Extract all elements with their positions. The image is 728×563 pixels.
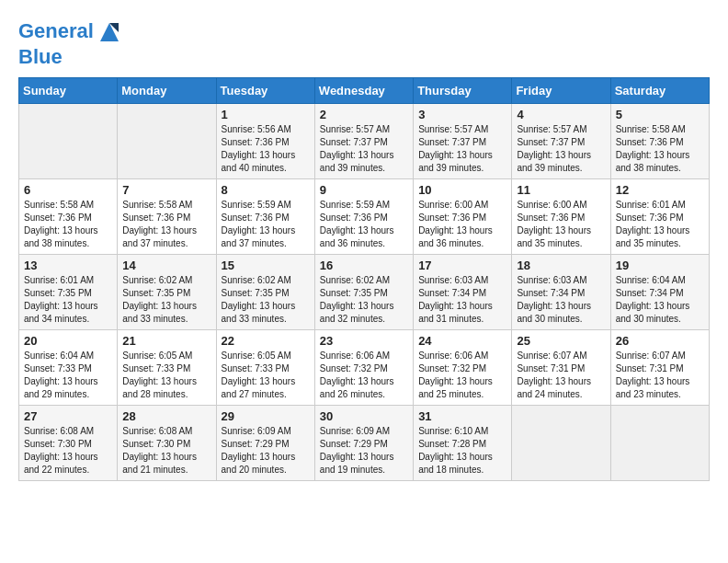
day-info: Sunrise: 6:03 AMSunset: 7:34 PMDaylight:… bbox=[418, 274, 506, 326]
day-number: 24 bbox=[418, 334, 506, 348]
calendar-week-5: 27 Sunrise: 6:08 AMSunset: 7:30 PMDaylig… bbox=[19, 406, 710, 481]
day-info: Sunrise: 6:02 AMSunset: 7:35 PMDaylight:… bbox=[222, 274, 310, 326]
day-number: 8 bbox=[222, 183, 310, 197]
day-number: 19 bbox=[616, 259, 704, 272]
day-info: Sunrise: 6:10 AMSunset: 7:28 PMDaylight:… bbox=[418, 425, 506, 477]
day-number: 6 bbox=[24, 183, 112, 197]
calendar-cell: 18 Sunrise: 6:03 AMSunset: 7:34 PMDaylig… bbox=[512, 255, 610, 330]
day-info: Sunrise: 6:02 AMSunset: 7:35 PMDaylight:… bbox=[122, 274, 210, 326]
day-info: Sunrise: 6:04 AMSunset: 7:34 PMDaylight:… bbox=[616, 274, 704, 326]
day-number: 12 bbox=[616, 183, 704, 197]
calendar-cell: 26 Sunrise: 6:07 AMSunset: 7:31 PMDaylig… bbox=[610, 330, 709, 406]
calendar-cell: 12 Sunrise: 6:01 AMSunset: 7:36 PMDaylig… bbox=[610, 179, 709, 255]
day-number: 11 bbox=[517, 183, 605, 197]
day-number: 25 bbox=[517, 334, 605, 348]
calendar-cell: 21 Sunrise: 6:05 AMSunset: 7:33 PMDaylig… bbox=[118, 330, 216, 406]
day-info: Sunrise: 5:56 AMSunset: 7:36 PMDaylight:… bbox=[222, 123, 310, 175]
calendar-cell: 9 Sunrise: 5:59 AMSunset: 7:36 PMDayligh… bbox=[314, 179, 413, 255]
day-info: Sunrise: 5:58 AMSunset: 7:36 PMDaylight:… bbox=[24, 199, 112, 250]
day-number: 22 bbox=[222, 334, 310, 348]
calendar-cell: 2 Sunrise: 5:57 AMSunset: 7:37 PMDayligh… bbox=[314, 104, 413, 179]
logo-text: General bbox=[18, 18, 123, 46]
page-header: General Blue bbox=[18, 18, 710, 68]
day-info: Sunrise: 5:57 AMSunset: 7:37 PMDaylight:… bbox=[517, 123, 605, 175]
day-info: Sunrise: 6:06 AMSunset: 7:32 PMDaylight:… bbox=[320, 350, 408, 401]
day-info: Sunrise: 6:07 AMSunset: 7:31 PMDaylight:… bbox=[517, 350, 605, 401]
day-header-sunday: Sunday bbox=[19, 78, 118, 104]
calendar-cell: 31 Sunrise: 6:10 AMSunset: 7:28 PMDaylig… bbox=[414, 406, 512, 481]
day-number: 30 bbox=[320, 409, 408, 423]
calendar-cell: 3 Sunrise: 5:57 AMSunset: 7:37 PMDayligh… bbox=[414, 104, 512, 179]
day-number: 31 bbox=[418, 409, 506, 423]
day-header-thursday: Thursday bbox=[414, 78, 512, 104]
day-info: Sunrise: 5:58 AMSunset: 7:36 PMDaylight:… bbox=[616, 123, 704, 175]
day-info: Sunrise: 6:00 AMSunset: 7:36 PMDaylight:… bbox=[517, 199, 605, 250]
day-info: Sunrise: 6:06 AMSunset: 7:32 PMDaylight:… bbox=[418, 350, 506, 401]
calendar-cell bbox=[118, 104, 216, 179]
calendar-cell: 1 Sunrise: 5:56 AMSunset: 7:36 PMDayligh… bbox=[216, 104, 314, 179]
day-info: Sunrise: 6:05 AMSunset: 7:33 PMDaylight:… bbox=[122, 350, 210, 401]
calendar-cell: 17 Sunrise: 6:03 AMSunset: 7:34 PMDaylig… bbox=[414, 255, 512, 330]
day-number: 9 bbox=[320, 183, 408, 197]
logo: General Blue bbox=[18, 18, 123, 68]
calendar-cell: 5 Sunrise: 5:58 AMSunset: 7:36 PMDayligh… bbox=[610, 104, 709, 179]
calendar-cell: 28 Sunrise: 6:08 AMSunset: 7:30 PMDaylig… bbox=[118, 406, 216, 481]
calendar-cell: 27 Sunrise: 6:08 AMSunset: 7:30 PMDaylig… bbox=[19, 406, 118, 481]
day-info: Sunrise: 6:00 AMSunset: 7:36 PMDaylight:… bbox=[418, 199, 506, 250]
calendar-body: 1 Sunrise: 5:56 AMSunset: 7:36 PMDayligh… bbox=[19, 104, 710, 481]
day-info: Sunrise: 5:59 AMSunset: 7:36 PMDaylight:… bbox=[320, 199, 408, 250]
day-info: Sunrise: 6:05 AMSunset: 7:33 PMDaylight:… bbox=[222, 350, 310, 401]
calendar-cell bbox=[512, 406, 610, 481]
calendar-week-3: 13 Sunrise: 6:01 AMSunset: 7:35 PMDaylig… bbox=[19, 255, 710, 330]
calendar-header-row: SundayMondayTuesdayWednesdayThursdayFrid… bbox=[19, 78, 710, 104]
day-number: 10 bbox=[418, 183, 506, 197]
day-info: Sunrise: 6:08 AMSunset: 7:30 PMDaylight:… bbox=[122, 425, 210, 477]
calendar-cell: 29 Sunrise: 6:09 AMSunset: 7:29 PMDaylig… bbox=[216, 406, 314, 481]
day-number: 20 bbox=[24, 334, 112, 348]
day-info: Sunrise: 6:08 AMSunset: 7:30 PMDaylight:… bbox=[24, 425, 112, 477]
day-number: 7 bbox=[122, 183, 210, 197]
day-number: 29 bbox=[222, 409, 310, 423]
day-header-saturday: Saturday bbox=[610, 78, 709, 104]
day-number: 13 bbox=[24, 259, 112, 272]
calendar-cell: 15 Sunrise: 6:02 AMSunset: 7:35 PMDaylig… bbox=[216, 255, 314, 330]
day-info: Sunrise: 6:03 AMSunset: 7:34 PMDaylight:… bbox=[517, 274, 605, 326]
calendar-cell: 7 Sunrise: 5:58 AMSunset: 7:36 PMDayligh… bbox=[118, 179, 216, 255]
day-info: Sunrise: 6:09 AMSunset: 7:29 PMDaylight:… bbox=[222, 425, 310, 477]
day-info: Sunrise: 5:57 AMSunset: 7:37 PMDaylight:… bbox=[418, 123, 506, 175]
day-info: Sunrise: 5:57 AMSunset: 7:37 PMDaylight:… bbox=[320, 123, 408, 175]
calendar-week-2: 6 Sunrise: 5:58 AMSunset: 7:36 PMDayligh… bbox=[19, 179, 710, 255]
calendar-cell: 23 Sunrise: 6:06 AMSunset: 7:32 PMDaylig… bbox=[314, 330, 413, 406]
logo-text2: Blue bbox=[18, 46, 123, 68]
day-info: Sunrise: 6:04 AMSunset: 7:33 PMDaylight:… bbox=[24, 350, 112, 401]
calendar-table: SundayMondayTuesdayWednesdayThursdayFrid… bbox=[18, 77, 710, 481]
calendar-cell bbox=[19, 104, 118, 179]
day-number: 18 bbox=[517, 259, 605, 272]
day-info: Sunrise: 5:59 AMSunset: 7:36 PMDaylight:… bbox=[222, 199, 310, 250]
day-info: Sunrise: 6:02 AMSunset: 7:35 PMDaylight:… bbox=[320, 274, 408, 326]
calendar-cell: 30 Sunrise: 6:09 AMSunset: 7:29 PMDaylig… bbox=[314, 406, 413, 481]
calendar-cell: 25 Sunrise: 6:07 AMSunset: 7:31 PMDaylig… bbox=[512, 330, 610, 406]
day-number: 17 bbox=[418, 259, 506, 272]
day-number: 27 bbox=[24, 409, 112, 423]
day-header-tuesday: Tuesday bbox=[216, 78, 314, 104]
day-number: 15 bbox=[222, 259, 310, 272]
calendar-cell: 6 Sunrise: 5:58 AMSunset: 7:36 PMDayligh… bbox=[19, 179, 118, 255]
day-header-wednesday: Wednesday bbox=[314, 78, 413, 104]
calendar-cell: 4 Sunrise: 5:57 AMSunset: 7:37 PMDayligh… bbox=[512, 104, 610, 179]
day-number: 16 bbox=[320, 259, 408, 272]
day-number: 28 bbox=[122, 409, 210, 423]
day-number: 26 bbox=[616, 334, 704, 348]
day-header-monday: Monday bbox=[118, 78, 216, 104]
day-info: Sunrise: 6:01 AMSunset: 7:35 PMDaylight:… bbox=[24, 274, 112, 326]
calendar-cell: 16 Sunrise: 6:02 AMSunset: 7:35 PMDaylig… bbox=[314, 255, 413, 330]
day-number: 5 bbox=[616, 108, 704, 121]
day-number: 3 bbox=[418, 108, 506, 121]
day-number: 2 bbox=[320, 108, 408, 121]
calendar-cell: 13 Sunrise: 6:01 AMSunset: 7:35 PMDaylig… bbox=[19, 255, 118, 330]
day-number: 23 bbox=[320, 334, 408, 348]
day-number: 1 bbox=[222, 108, 310, 121]
calendar-cell: 22 Sunrise: 6:05 AMSunset: 7:33 PMDaylig… bbox=[216, 330, 314, 406]
day-number: 21 bbox=[122, 334, 210, 348]
calendar-cell: 10 Sunrise: 6:00 AMSunset: 7:36 PMDaylig… bbox=[414, 179, 512, 255]
